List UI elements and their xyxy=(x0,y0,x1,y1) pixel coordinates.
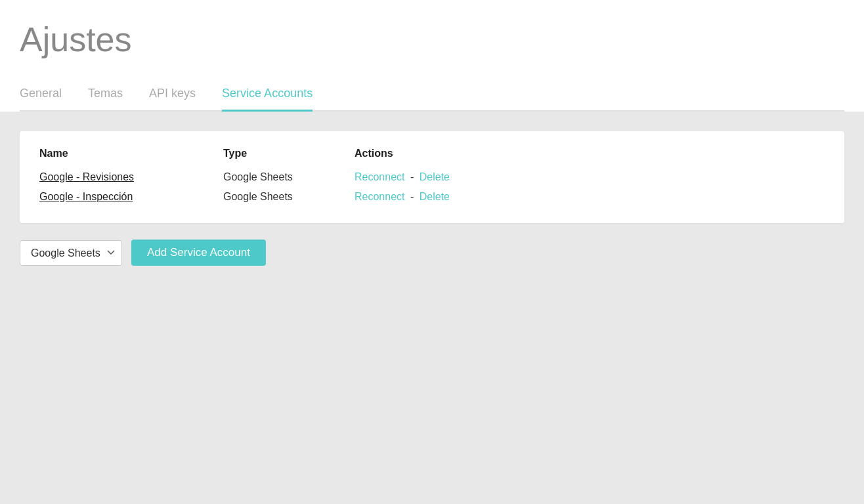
table-row: Google - Revisiones Google Sheets Reconn… xyxy=(39,167,825,187)
actions-cell-revisiones: Reconnect - Delete xyxy=(355,171,551,183)
col-header-type: Type xyxy=(223,148,355,159)
account-type-inspeccion: Google Sheets xyxy=(223,191,355,203)
bottom-controls: Google Sheets Add Service Account xyxy=(20,240,844,266)
account-name-inspeccion[interactable]: Google - Inspección xyxy=(39,191,223,203)
tab-nav: General Temas API keys Service Accounts xyxy=(20,79,844,112)
account-type-revisiones: Google Sheets xyxy=(223,171,355,183)
separator: - xyxy=(410,171,417,182)
reconnect-link-revisiones[interactable]: Reconnect xyxy=(355,171,405,182)
tab-api-keys[interactable]: API keys xyxy=(149,79,196,112)
add-service-account-button[interactable]: Add Service Account xyxy=(131,240,266,266)
table-row: Google - Inspección Google Sheets Reconn… xyxy=(39,187,825,207)
col-header-actions: Actions xyxy=(355,148,551,159)
tab-temas[interactable]: Temas xyxy=(88,79,123,112)
col-header-name: Name xyxy=(39,148,223,159)
reconnect-link-inspeccion[interactable]: Reconnect xyxy=(355,191,405,202)
account-name-revisiones[interactable]: Google - Revisiones xyxy=(39,171,223,183)
page-title: Ajustes xyxy=(20,20,844,59)
service-type-dropdown[interactable]: Google Sheets xyxy=(20,240,122,266)
service-accounts-table-card: Name Type Actions Google - Revisiones Go… xyxy=(20,131,844,223)
header: Ajustes General Temas API keys Service A… xyxy=(0,0,864,112)
actions-cell-inspeccion: Reconnect - Delete xyxy=(355,191,551,203)
content-area: Name Type Actions Google - Revisiones Go… xyxy=(0,112,864,504)
tab-general[interactable]: General xyxy=(20,79,62,112)
delete-link-inspeccion[interactable]: Delete xyxy=(420,191,450,202)
delete-link-revisiones[interactable]: Delete xyxy=(420,171,450,182)
tab-service-accounts[interactable]: Service Accounts xyxy=(222,79,313,112)
separator: - xyxy=(410,191,417,202)
table-header: Name Type Actions xyxy=(39,148,825,159)
